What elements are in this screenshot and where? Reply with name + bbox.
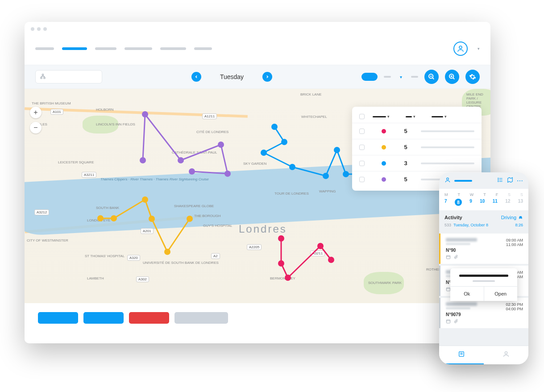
filter-pill[interactable]: [361, 73, 378, 81]
gear-icon: [469, 73, 476, 80]
road-label: A3211: [82, 172, 96, 178]
route-stop[interactable]: [218, 142, 224, 148]
legend-bar: [421, 130, 474, 132]
route-stop[interactable]: [140, 157, 146, 163]
road-label: A101: [50, 109, 63, 115]
route-stop[interactable]: [285, 275, 291, 281]
activity-item[interactable]: 09:00 AM11:00 AM N°90: [439, 234, 528, 264]
route-stop[interactable]: [328, 257, 334, 263]
route-purple[interactable]: [143, 114, 228, 174]
route-stop[interactable]: [149, 216, 155, 222]
select-all-checkbox[interactable]: [359, 114, 365, 119]
user-icon: [444, 177, 451, 184]
route-stop[interactable]: [187, 216, 193, 222]
map-poi: Sky Garden: [243, 162, 266, 166]
activity-item[interactable]: 02:30 PM04:00 PM N°9079: [439, 298, 528, 328]
user-icon: [457, 45, 465, 53]
action-button-2[interactable]: [83, 312, 124, 324]
route-stop[interactable]: [111, 215, 117, 221]
popup-ok-button[interactable]: Ok: [450, 287, 484, 301]
route-stop[interactable]: [334, 147, 340, 153]
route-stop[interactable]: [97, 215, 104, 221]
route-stop[interactable]: [178, 157, 184, 163]
route-stop[interactable]: [261, 150, 267, 156]
more-icon[interactable]: ⋯: [517, 177, 523, 184]
settings-button[interactable]: [465, 70, 480, 84]
route-stop[interactable]: [164, 249, 170, 255]
svg-rect-19: [446, 255, 450, 259]
calendar-day[interactable]: 8: [455, 199, 462, 206]
map-zoom-in-button[interactable]: +: [30, 107, 42, 118]
route-stop[interactable]: [142, 196, 148, 203]
road-label: A201: [141, 228, 154, 234]
nav-item-5[interactable]: [160, 47, 186, 50]
calendar-day[interactable]: 10: [480, 199, 485, 206]
mobile-bottom-nav: [439, 346, 528, 364]
legend-checkbox[interactable]: [359, 161, 365, 166]
route-pink[interactable]: [281, 238, 331, 278]
map-poi: CITY OF WESTMINSTER: [27, 238, 68, 242]
calendar-day[interactable]: 9: [469, 199, 472, 206]
calendar-day[interactable]: 12: [505, 199, 510, 206]
svg-line-5: [432, 78, 434, 79]
action-button-1[interactable]: [38, 312, 78, 324]
chevron-right-icon: [265, 75, 270, 79]
nav-item-2[interactable]: [62, 47, 87, 50]
map-icon[interactable]: [507, 177, 513, 184]
day-selector: Tuesday: [191, 72, 272, 82]
filter-placeholder: [384, 76, 391, 78]
svg-point-17: [498, 181, 498, 182]
route-stop[interactable]: [142, 111, 148, 117]
map-poi: HOLBORN: [96, 108, 114, 112]
route-stop[interactable]: [278, 235, 284, 242]
map-poi: Université de South Bank de Londres: [143, 261, 219, 265]
chevron-left-icon: [194, 75, 199, 79]
calendar-day[interactable]: 7: [444, 199, 447, 206]
legend-row[interactable]: 5: [352, 123, 482, 139]
chevron-down-icon: ▾: [400, 75, 402, 79]
legend-checkbox[interactable]: [359, 145, 365, 150]
calendar-day[interactable]: 13: [518, 199, 523, 206]
svg-point-11: [447, 178, 449, 180]
item-number: N°90: [446, 248, 523, 253]
route-stop[interactable]: [343, 171, 349, 177]
route-stop[interactable]: [281, 139, 287, 145]
action-button-4[interactable]: [174, 312, 228, 324]
user-avatar-button[interactable]: [453, 42, 468, 56]
zoom-out-button[interactable]: [424, 70, 439, 84]
list-icon[interactable]: [497, 177, 503, 184]
route-stop[interactable]: [278, 260, 284, 267]
tab-list[interactable]: [439, 346, 484, 364]
popup-open-button[interactable]: Open: [484, 287, 518, 301]
route-stop[interactable]: [224, 171, 231, 177]
route-stop[interactable]: [289, 164, 295, 170]
route-stop[interactable]: [271, 124, 278, 130]
calendar-day[interactable]: 11: [493, 199, 498, 206]
prev-day-button[interactable]: [191, 72, 201, 82]
legend-checkbox[interactable]: [359, 177, 365, 182]
activity-mode[interactable]: Driving: [501, 215, 523, 220]
legend-checkbox[interactable]: [359, 129, 365, 134]
map-poi: SOUTH BANK: [96, 206, 119, 210]
route-stop[interactable]: [323, 173, 329, 179]
legend-row[interactable]: 5: [352, 139, 482, 155]
route-stop[interactable]: [189, 168, 195, 175]
nav-item-6[interactable]: [194, 47, 212, 50]
next-day-button[interactable]: [262, 72, 272, 82]
map-poi: WHITECHAPEL: [301, 115, 327, 119]
map-zoom-out-button[interactable]: −: [30, 122, 42, 133]
activity-label: Activity: [444, 215, 462, 220]
nav-item-4[interactable]: [125, 47, 152, 50]
current-day-label: Tuesday: [203, 73, 261, 80]
zoom-in-button[interactable]: [445, 70, 459, 84]
route-stop[interactable]: [317, 243, 324, 249]
map[interactable]: Thames Clippers · River Thames · Thames …: [25, 89, 490, 303]
nav-item-1[interactable]: [35, 47, 54, 50]
app-window: ▾ Tuesday ▾: [25, 22, 490, 343]
nav-item-3[interactable]: [95, 47, 116, 50]
action-button-3[interactable]: [129, 312, 169, 324]
search-input[interactable]: [35, 70, 102, 83]
legend-header: ▾ ▾ ▾: [352, 110, 482, 123]
tab-profile[interactable]: [484, 346, 528, 364]
legend-row[interactable]: 3: [352, 155, 482, 171]
